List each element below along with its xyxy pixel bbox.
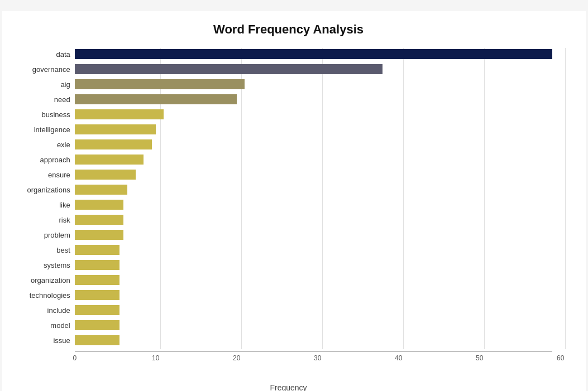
bar-label: approach	[9, 156, 70, 164]
x-tick-label: 0	[73, 354, 77, 362]
bar-row: best	[75, 244, 553, 256]
bar-row: risk	[75, 214, 553, 226]
bar-row: intelligence	[75, 123, 553, 136]
bar-row: like	[75, 199, 553, 211]
bar-row: issue	[75, 334, 553, 346]
bar-label: risk	[9, 216, 70, 224]
bar-row: approach	[75, 153, 553, 166]
bar-segment	[75, 64, 383, 74]
bar-label: best	[9, 246, 70, 254]
bar-label: systems	[9, 261, 70, 269]
bar-label: problem	[9, 231, 70, 239]
bar-segment	[75, 185, 127, 195]
bar-label: data	[9, 50, 70, 59]
x-tick-label: 50	[476, 354, 483, 362]
bar-segment	[75, 200, 123, 210]
gridline	[565, 48, 566, 349]
chart-title: Word Frequency Analysis	[13, 22, 564, 37]
bar-label: organization	[9, 276, 70, 284]
bar-label: include	[9, 306, 70, 315]
bar-segment	[75, 335, 119, 345]
bar-row: problem	[75, 229, 553, 241]
bar-row: technologies	[75, 289, 553, 301]
chart-container: Word Frequency Analysis datagovernanceai…	[2, 11, 586, 391]
bar-row: systems	[75, 259, 553, 271]
bar-segment	[75, 94, 237, 104]
bar-segment	[75, 155, 144, 165]
x-axis-line	[75, 351, 553, 352]
bar-segment	[75, 290, 119, 300]
bar-row: need	[75, 93, 553, 105]
bar-label: business	[9, 110, 70, 119]
bar-segment	[75, 275, 119, 285]
bar-segment	[75, 139, 152, 149]
bar-label: like	[9, 201, 70, 209]
bar-label: model	[9, 321, 70, 330]
x-tick-label: 40	[395, 354, 402, 362]
bars-wrapper: datagovernanceaigneedbusinessintelligenc…	[13, 48, 564, 349]
bar-label: governance	[9, 65, 70, 74]
bar-row: business	[75, 108, 553, 120]
bar-row: data	[75, 48, 553, 60]
bar-label: ensure	[9, 171, 70, 179]
bar-segment	[75, 230, 123, 240]
bar-segment	[75, 124, 156, 134]
bar-label: aig	[9, 80, 70, 89]
bar-row: organization	[75, 274, 553, 286]
bar-label: need	[9, 95, 70, 104]
bar-segment	[75, 49, 553, 59]
bar-segment	[75, 260, 119, 270]
bar-segment	[75, 79, 245, 89]
x-axis-label: Frequency	[13, 383, 564, 391]
bar-row: aig	[75, 78, 553, 90]
bar-row: include	[75, 304, 553, 316]
bar-segment	[75, 170, 136, 180]
bar-label: issue	[9, 336, 70, 345]
bar-row: model	[75, 319, 553, 331]
bar-row: ensure	[75, 168, 553, 181]
bar-row: governance	[75, 63, 553, 75]
bar-segment	[75, 245, 119, 255]
bar-row: organizations	[75, 184, 553, 196]
bar-segment	[75, 305, 119, 315]
x-ticks-container: 0102030405060	[75, 354, 553, 368]
bar-segment	[75, 109, 164, 119]
bar-segment	[75, 320, 119, 330]
bar-label: exle	[9, 141, 70, 149]
x-tick-label: 20	[233, 354, 240, 362]
x-tick-label: 10	[152, 354, 159, 362]
x-tick-label: 60	[557, 354, 564, 362]
bar-segment	[75, 215, 123, 225]
bar-label: technologies	[9, 291, 70, 300]
x-tick-label: 30	[314, 354, 321, 362]
bar-row: exle	[75, 138, 553, 151]
bars-area: datagovernanceaigneedbusinessintelligenc…	[75, 48, 553, 349]
bar-label: intelligence	[9, 125, 70, 134]
bar-label: organizations	[9, 186, 70, 194]
